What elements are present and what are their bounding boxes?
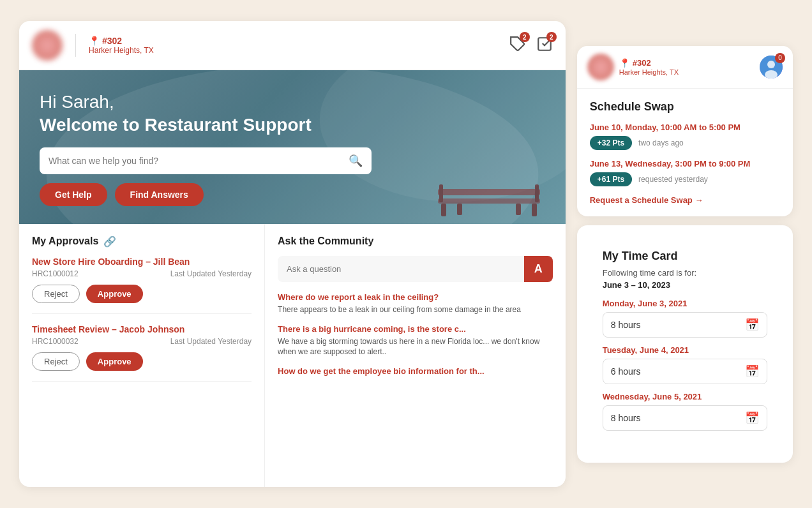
approvals-panel: My Approvals 🔗 New Store Hire Oboarding … (19, 224, 265, 487)
location-icon: 📍 (89, 36, 100, 46)
community-question-2: There is a big hurricane coming, is the … (278, 324, 553, 358)
avatar (32, 30, 63, 61)
approval-actions-2: Reject Approve (32, 352, 252, 371)
time-card-section: My Time Card Following time card is for:… (590, 238, 780, 450)
divider (75, 34, 76, 57)
calendar-icon-3[interactable]: 📅 (745, 411, 759, 425)
right-store-location: Harker Heights, TX (619, 68, 679, 76)
checkbox-badge: 2 (546, 32, 557, 42)
right-main-card: 📍 #302 Harker Heights, TX 0 Schedule Swa… (577, 46, 793, 216)
time-input-row-2: 6 hours 📅 (603, 359, 767, 384)
tag-icon-badge[interactable]: 2 (509, 36, 526, 55)
swap-meta-1: +32 Pts two days ago (590, 136, 780, 150)
swap-date-1: June 10, Monday, 10:00 AM to 5:00 PM (590, 123, 780, 132)
approval-id-1: HRC1000012 (32, 269, 79, 278)
reject-button-2[interactable]: Reject (32, 352, 80, 371)
schedule-swap-title: Schedule Swap (590, 100, 780, 114)
store-location: Harker Heights, TX (89, 46, 154, 55)
time-entry-3: Wednesday, June 5, 2021 8 hours 📅 (603, 392, 767, 431)
right-header-bar: 📍 #302 Harker Heights, TX 0 (577, 46, 793, 89)
calendar-icon-1[interactable]: 📅 (745, 318, 759, 332)
right-store-number: #302 (633, 58, 651, 68)
find-answers-button[interactable]: Find Answers (115, 183, 204, 206)
header-icons: 2 2 (509, 36, 553, 55)
right-avatar (587, 54, 614, 80)
approval-item-2: Timesheet Review – Jacob Johnson HRC1000… (32, 324, 252, 382)
ask-submit-button[interactable]: A (524, 256, 553, 282)
main-bottom: My Approvals 🔗 New Store Hire Oboarding … (19, 224, 566, 487)
question-title-2[interactable]: There is a big hurricane coming, is the … (278, 324, 553, 334)
right-store-info: 📍 #302 Harker Heights, TX (619, 58, 679, 76)
hero-text: Hi Sarah, Welcome to Restaurant Support (40, 91, 545, 137)
time-card-title: My Time Card (603, 250, 767, 263)
approval-id-2: HRC1000032 (32, 337, 79, 346)
time-entry-1: Monday, June 3, 2021 8 hours 📅 (603, 299, 767, 338)
time-card-desc: Following time card is for: (603, 268, 767, 278)
tag-badge: 2 (520, 32, 530, 42)
approval-meta-2: HRC1000032 Last Updated Yesterday (32, 337, 252, 346)
question-body-1: There appears to be a leak in our ceilin… (278, 304, 553, 315)
right-location-icon: 📍 (619, 58, 630, 68)
approval-title-2[interactable]: Timesheet Review – Jacob Johnson (32, 324, 252, 334)
time-value-1: 8 hours (611, 320, 740, 330)
time-input-row-3: 8 hours 📅 (603, 405, 767, 431)
time-entry-2: Tuesday, June 4, 2021 6 hours 📅 (603, 345, 767, 384)
reject-button-1[interactable]: Reject (32, 285, 80, 303)
question-body-2: We have a big storming towards us here i… (278, 336, 553, 358)
request-schedule-swap-link[interactable]: Request a Schedule Swap → (590, 195, 780, 205)
user-avatar-wrap[interactable]: 0 (760, 56, 783, 78)
schedule-swap-card: Schedule Swap June 10, Monday, 10:00 AM … (577, 89, 793, 216)
checkbox-icon-badge[interactable]: 2 (536, 36, 553, 55)
search-container: 🔍 (40, 147, 545, 174)
time-input-row-1: 8 hours 📅 (603, 312, 767, 338)
ask-input[interactable] (278, 258, 524, 280)
swap-time-ago-1: two days ago (638, 138, 684, 147)
approval-item-1: New Store Hire Oboarding – Jill Bean HRC… (32, 257, 252, 314)
community-title: Ask the Community (278, 235, 553, 247)
hero-subtitle: Welcome to Restaurant Support (40, 114, 545, 137)
search-input[interactable] (49, 156, 349, 166)
approve-button-1[interactable]: Approve (86, 285, 143, 303)
approvals-title: My Approvals 🔗 (32, 235, 252, 248)
pts-badge-2: +61 Pts (590, 172, 632, 186)
hero-greeting: Hi Sarah, (40, 91, 545, 114)
question-title-3[interactable]: How do we get the employee bio informati… (278, 366, 553, 376)
right-column: 📍 #302 Harker Heights, TX 0 Schedule Swa… (577, 46, 793, 463)
swap-item-1: June 10, Monday, 10:00 AM to 5:00 PM +32… (590, 123, 780, 150)
swap-time-ago-2: requested yesterday (638, 175, 708, 184)
approve-button-2[interactable]: Approve (86, 352, 143, 371)
community-panel: Ask the Community A Where do we report a… (265, 224, 566, 487)
search-button[interactable]: 🔍 (349, 154, 363, 168)
hero-banner: Hi Sarah, Welcome to Restaurant Support … (19, 70, 566, 224)
svg-point-11 (767, 61, 775, 68)
hero-buttons: Get Help Find Answers (40, 183, 545, 206)
main-card: 📍 #302 Harker Heights, TX 2 2 (19, 21, 566, 487)
community-question-1: Where do we report a leak in the ceiling… (278, 292, 553, 315)
time-value-3: 8 hours (611, 413, 740, 423)
time-card-range: June 3 – 10, 2023 (603, 280, 767, 290)
time-entry-date-3: Wednesday, June 5, 2021 (603, 392, 767, 401)
swap-date-2: June 13, Wednesday, 3:00 PM to 9:00 PM (590, 159, 780, 168)
time-card-card: My Time Card Following time card is for:… (577, 225, 793, 463)
approval-updated-1: Last Updated Yesterday (170, 269, 252, 278)
calendar-icon-2[interactable]: 📅 (745, 364, 759, 378)
notification-badge: 0 (775, 53, 785, 63)
community-question-3: How do we get the employee bio informati… (278, 366, 553, 376)
main-header: 📍 #302 Harker Heights, TX 2 2 (19, 21, 566, 70)
store-info: 📍 #302 Harker Heights, TX (89, 36, 154, 55)
ask-input-wrap: A (278, 256, 553, 282)
approval-actions-1: Reject Approve (32, 285, 252, 303)
question-title-1[interactable]: Where do we report a leak in the ceiling… (278, 292, 553, 302)
approval-updated-2: Last Updated Yesterday (170, 337, 252, 346)
time-value-2: 6 hours (611, 366, 740, 377)
search-bar: 🔍 (40, 147, 372, 174)
store-number: #302 (102, 36, 122, 46)
pts-badge-1: +32 Pts (590, 136, 632, 150)
link-icon[interactable]: 🔗 (103, 235, 116, 248)
swap-item-2: June 13, Wednesday, 3:00 PM to 9:00 PM +… (590, 159, 780, 186)
time-entry-date-1: Monday, June 3, 2021 (603, 299, 767, 308)
approval-title-1[interactable]: New Store Hire Oboarding – Jill Bean (32, 257, 252, 267)
time-entry-date-2: Tuesday, June 4, 2021 (603, 345, 767, 355)
swap-meta-2: +61 Pts requested yesterday (590, 172, 780, 186)
get-help-button[interactable]: Get Help (40, 183, 107, 206)
